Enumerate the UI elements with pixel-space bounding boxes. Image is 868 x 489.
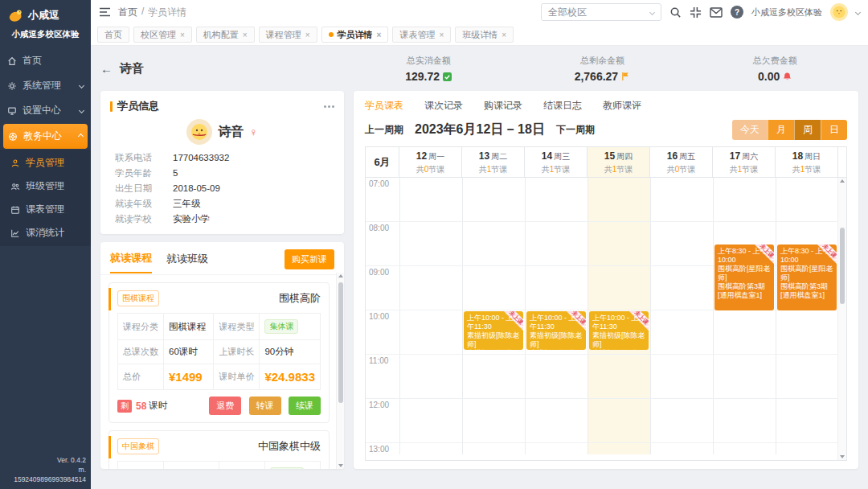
- field-row: 就读年级三年级: [115, 196, 330, 212]
- flag-icon: [621, 72, 630, 81]
- org-name: 小咸逗多校区体验: [0, 25, 91, 48]
- tab-course-mgmt[interactable]: 课程管理×: [259, 27, 317, 43]
- campus-select[interactable]: 全部校区: [541, 3, 661, 21]
- student-avatar: [186, 119, 212, 145]
- scrollbar-thumb[interactable]: [338, 282, 343, 403]
- day-header-15-today[interactable]: 15周四 共1节课: [588, 147, 650, 177]
- sidebar-item-stats[interactable]: 课消统计: [0, 221, 91, 244]
- event-detail: 素描初级第2期[绘画室1]: [592, 349, 645, 350]
- breadcrumb: 首页 / 学员详情: [118, 6, 186, 19]
- close-icon[interactable]: ×: [377, 31, 382, 39]
- course-title: 中国象棋中级: [258, 439, 321, 454]
- scroll-up-icon[interactable]: [338, 274, 343, 277]
- left-column: 学员信息 诗音 ♀ 联系电话17704633932 学员年龄: [100, 91, 344, 469]
- compress-icon[interactable]: [690, 6, 702, 18]
- day-header-17[interactable]: 17周六 共1节课: [713, 147, 776, 177]
- hamburger-icon[interactable]: [99, 7, 111, 17]
- sidebar-item-timetable[interactable]: 课表管理: [0, 198, 91, 221]
- tab-teacher-reviews[interactable]: 教师课评: [603, 99, 641, 113]
- tab-campus-mgmt[interactable]: 校区管理×: [133, 27, 192, 43]
- gear-icon: [7, 81, 17, 91]
- help-icon[interactable]: ?: [731, 6, 743, 18]
- sidebar-item-classes[interactable]: 班级管理: [0, 175, 91, 198]
- tab-lesson-records[interactable]: 课次记录: [424, 99, 463, 113]
- view-switcher: 今天 月 周 日: [732, 120, 847, 140]
- sidebar-item-academic[interactable]: 教务中心: [3, 124, 88, 149]
- calendar-event-sketch-13[interactable]: 上午10:00 - 上午11:30 素描初级[陈陈老师] 素描初级第2期[绘画室…: [464, 311, 523, 350]
- close-icon[interactable]: ×: [502, 31, 506, 39]
- scrollbar-thumb[interactable]: [840, 228, 845, 304]
- version-number: Ver. 0.4.2: [5, 455, 86, 465]
- course-list-scrollbar[interactable]: [336, 273, 344, 469]
- day-view-button[interactable]: 日: [821, 120, 847, 140]
- breadcrumb-home[interactable]: 首页: [118, 6, 137, 19]
- chevron-down-icon[interactable]: [855, 9, 861, 14]
- close-icon[interactable]: ×: [305, 31, 310, 39]
- day-header-14[interactable]: 14周三 共1节课: [525, 147, 588, 177]
- sidebar-item-students[interactable]: 学员管理: [0, 151, 91, 175]
- close-icon[interactable]: ×: [439, 31, 444, 39]
- sidebar-item-label: 班级管理: [26, 179, 64, 193]
- topbar-username[interactable]: 小咸逗多校区体验: [751, 6, 822, 18]
- back-arrow-icon[interactable]: ←: [100, 62, 113, 76]
- calendar-scrollbar[interactable]: [837, 178, 846, 460]
- event-detail: 围棋高阶第3期[通用棋盘室1]: [780, 282, 833, 300]
- calendar-event-sketch-14[interactable]: 上午10:00 - 上午11:30 素描初级[陈陈老师] 素描初级第2期[绘画室…: [526, 311, 586, 350]
- refund-button[interactable]: 退费: [209, 397, 241, 415]
- course-title: 围棋高阶: [279, 291, 321, 306]
- tab-home[interactable]: 首页: [97, 27, 129, 43]
- chevron-up-icon: [78, 134, 84, 139]
- course-category-badge: 中国象棋: [117, 438, 159, 454]
- tab-timetable-mgmt[interactable]: 课表管理×: [392, 27, 451, 43]
- course-list: 围棋课程 围棋高阶 课程分类 围棋课程 课程类型 集体课 总课次数 60课时: [100, 275, 344, 469]
- next-week-button[interactable]: 下一周期: [556, 123, 595, 137]
- page-title: 诗音: [120, 61, 144, 76]
- page-title-row: ← 诗音: [100, 61, 344, 76]
- tab-student-detail[interactable]: 学员详情×: [321, 27, 389, 43]
- app-title: 小咸逗: [28, 8, 59, 23]
- day-header-16[interactable]: 16周五 共0节课: [650, 147, 713, 177]
- today-button[interactable]: 今天: [732, 120, 768, 140]
- buy-course-button[interactable]: 购买新课: [285, 249, 334, 269]
- tab-enrolled-courses[interactable]: 就读课程: [110, 251, 152, 273]
- scroll-down-icon[interactable]: [840, 455, 845, 458]
- scroll-up-icon[interactable]: [840, 179, 845, 183]
- sidebar-item-label: 课消统计: [26, 226, 64, 240]
- day-header-12[interactable]: 12周一 共0节课: [399, 147, 462, 177]
- course-item-go: 围棋课程 围棋高阶 课程分类 围棋课程 课程类型 集体课 总课次数 60课时: [108, 282, 330, 423]
- more-icon[interactable]: [324, 105, 334, 108]
- renew-course-button[interactable]: 续课: [289, 397, 321, 415]
- sidebar-item-system[interactable]: 系统管理: [0, 73, 91, 98]
- calendar-body: 07:00 08:00 09:00 10:00 11:00 12:00 13:0…: [366, 178, 846, 454]
- transfer-course-button[interactable]: 转课: [249, 397, 281, 415]
- tab-org-config[interactable]: 机构配置×: [196, 27, 255, 43]
- calendar-event-go-18[interactable]: 上午8:30 - 上午10:00 围棋高阶[星阳老师] 围棋高阶第3期[通用棋盘…: [777, 244, 837, 310]
- mail-icon[interactable]: [710, 7, 723, 18]
- tab-completion-log[interactable]: 结课日志: [543, 99, 582, 113]
- month-view-button[interactable]: 月: [768, 120, 794, 140]
- calendar-event-go-17[interactable]: 上午8:30 - 上午10:00 围棋高阶[星阳老师] 围棋高阶第3期[通用棋盘…: [714, 244, 774, 310]
- stat-consumed: 总实消金额 129.72: [405, 55, 452, 83]
- search-icon[interactable]: [669, 6, 682, 18]
- date-range: 2023年6月12日 – 18日: [415, 121, 545, 138]
- tab-purchase-records[interactable]: 购课记录: [484, 99, 522, 113]
- close-icon[interactable]: ×: [180, 31, 185, 39]
- day-header-13[interactable]: 13周二 共1节课: [462, 147, 525, 177]
- tab-student-timetable[interactable]: 学员课表: [365, 99, 403, 113]
- sidebar-item-home[interactable]: 首页: [0, 48, 91, 73]
- prev-week-button[interactable]: 上一周期: [365, 123, 403, 137]
- app-logo: 小咸逗: [0, 0, 91, 25]
- field-row: 就读学校实验小学: [115, 212, 330, 227]
- user-avatar[interactable]: [830, 3, 848, 21]
- calendar-event-sketch-15[interactable]: 上午10:00 - 上午11:30 素描初级[陈陈老师] 素描初级第2期[绘画室…: [589, 311, 649, 350]
- close-icon[interactable]: ×: [243, 31, 248, 39]
- course-unit-price: ¥24.9833: [264, 370, 315, 384]
- finance-stats: 总实消金额 129.72 总剩余金额 2,766.27 总欠费金额 0.00: [344, 55, 858, 83]
- scroll-down-icon[interactable]: [338, 464, 343, 467]
- tab-class-detail[interactable]: 班级详情×: [455, 27, 514, 43]
- week-view-button[interactable]: 周: [794, 120, 821, 140]
- day-header-18[interactable]: 18周日 共1节课: [776, 147, 838, 177]
- sidebar-item-settings[interactable]: 设置中心: [0, 98, 91, 123]
- chick-logo-icon: [8, 7, 24, 23]
- tab-enrolled-classes[interactable]: 就读班级: [166, 252, 208, 273]
